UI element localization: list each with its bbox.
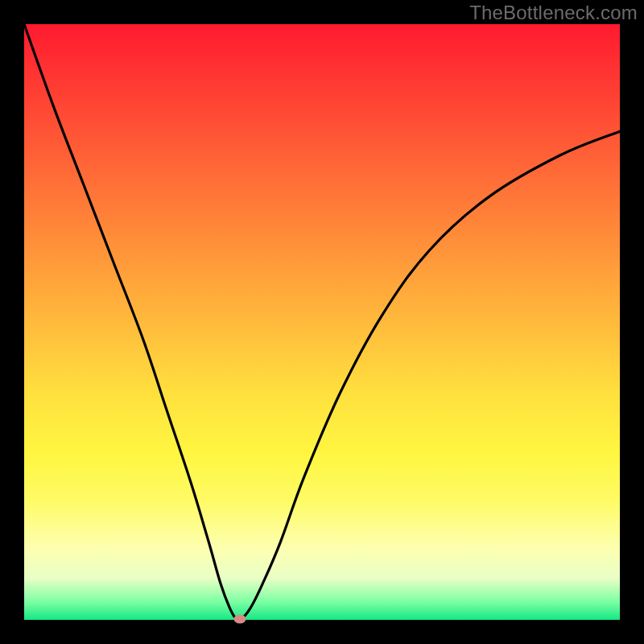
optimum-marker (233, 614, 246, 623)
chart-frame: TheBottleneck.com (0, 0, 644, 644)
bottleneck-curve (24, 24, 620, 620)
plot-area (24, 24, 620, 620)
watermark-text: TheBottleneck.com (469, 2, 638, 24)
curve-svg (24, 24, 620, 620)
